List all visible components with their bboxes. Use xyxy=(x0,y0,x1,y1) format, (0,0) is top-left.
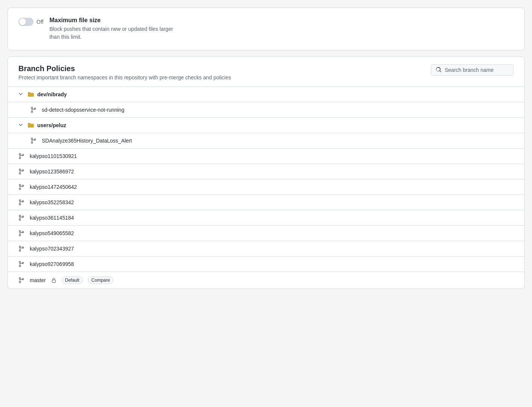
folder-icon xyxy=(27,91,34,97)
folder-name-dev-nibrady: dev/nibrady xyxy=(37,91,67,97)
branch-icon-kalypso1101530921 xyxy=(18,153,26,159)
branch-icon-kalypso927069958 xyxy=(18,261,26,267)
lock-icon xyxy=(51,278,56,283)
branch-name-sd-detect: sd-detect-sdopsservice-not-running xyxy=(42,107,124,113)
search-icon xyxy=(436,67,442,73)
branch-name-master: master xyxy=(30,277,46,283)
setting-info: Maximum file size Block pushes that cont… xyxy=(49,17,514,41)
svg-point-9 xyxy=(19,169,21,170)
branch-icon-kalypso549065582 xyxy=(18,230,26,236)
compare-badge: Compare xyxy=(88,276,113,284)
folder-name-users-peluz: users/peluz xyxy=(37,122,66,128)
svg-point-31 xyxy=(19,281,21,283)
svg-point-0 xyxy=(31,107,33,109)
svg-point-12 xyxy=(19,184,21,186)
svg-point-27 xyxy=(19,261,21,263)
branch-name-kalypso549065582: kalypso549065582 xyxy=(30,230,74,236)
branch-name-kalypso1101530921: kalypso1101530921 xyxy=(30,153,77,159)
folder-row-inner-peluz: users/peluz xyxy=(18,122,66,128)
branch-policies-subtitle: Protect important branch namespaces in t… xyxy=(18,74,431,80)
branch-row-kalypso1101530921[interactable]: kalypso1101530921 xyxy=(8,149,524,164)
branch-icon-kalypso352258342 xyxy=(18,199,26,205)
branch-row-kalypso352258342[interactable]: kalypso352258342 xyxy=(8,195,524,210)
branch-name-kalypso702343927: kalypso702343927 xyxy=(30,246,74,252)
branch-name-kalypso927069958: kalypso927069958 xyxy=(30,261,74,267)
chevron-down-icon-peluz xyxy=(18,123,24,128)
branch-row-master[interactable]: master Default Compare xyxy=(8,272,524,289)
branch-policies-card: Branch Policies Protect important branch… xyxy=(8,56,524,289)
branch-row-sdanalyze[interactable]: SDAnalyze365History_DataLoss_Alert xyxy=(8,133,524,149)
branch-row-kalypso361145184[interactable]: kalypso361145184 xyxy=(8,210,524,226)
svg-point-25 xyxy=(19,250,21,251)
branch-icon-kalypso702343927 xyxy=(18,246,26,252)
branch-policies-header: Branch Policies Protect important branch… xyxy=(8,57,524,87)
branch-name-kalypso361145184: kalypso361145184 xyxy=(30,215,74,221)
svg-point-22 xyxy=(19,234,21,236)
svg-point-7 xyxy=(19,157,21,159)
svg-point-16 xyxy=(19,204,21,205)
svg-point-3 xyxy=(31,138,33,140)
branch-search-input[interactable] xyxy=(445,67,509,73)
branch-policies-title: Branch Policies xyxy=(18,64,431,73)
branch-row-sd-detect[interactable]: sd-detect-sdopsservice-not-running xyxy=(8,102,524,118)
svg-point-4 xyxy=(31,142,33,143)
folder-icon-peluz xyxy=(27,122,34,128)
folder-row-users-peluz[interactable]: users/peluz xyxy=(8,118,524,133)
branch-icon-kalypso361145184 xyxy=(18,215,26,221)
branch-icon-master xyxy=(18,277,26,283)
branch-name-kalypso1472450642: kalypso1472450642 xyxy=(30,184,77,190)
branch-icon-kalypso123586972 xyxy=(18,169,26,175)
branch-row-kalypso702343927[interactable]: kalypso702343927 xyxy=(8,241,524,257)
max-file-size-title: Maximum file size xyxy=(49,17,514,24)
branch-name-sdanalyze: SDAnalyze365History_DataLoss_Alert xyxy=(42,138,132,144)
svg-point-28 xyxy=(19,265,21,267)
max-file-size-section: Off Maximum file size Block pushes that … xyxy=(8,8,524,50)
toggle-label: Off xyxy=(36,19,43,25)
branch-row-kalypso549065582[interactable]: kalypso549065582 xyxy=(8,226,524,241)
max-file-size-description: Block pushes that contain new or updated… xyxy=(49,25,514,41)
svg-point-30 xyxy=(19,278,21,279)
branch-policies-title-wrap: Branch Policies Protect important branch… xyxy=(18,64,431,87)
max-file-size-card: Off Maximum file size Block pushes that … xyxy=(8,8,524,50)
branch-icon-sdanalyze xyxy=(30,138,38,144)
branch-list: dev/nibrady sd-detect-sdopsservice-not-r… xyxy=(8,87,524,289)
svg-point-15 xyxy=(19,200,21,201)
svg-point-10 xyxy=(19,173,21,174)
branch-row-kalypso123586972[interactable]: kalypso123586972 xyxy=(8,164,524,179)
branch-icon-kalypso1472450642 xyxy=(18,184,26,190)
svg-rect-33 xyxy=(52,280,55,282)
branch-icon xyxy=(30,107,38,113)
branch-name-kalypso352258342: kalypso352258342 xyxy=(30,199,74,205)
branch-row-kalypso927069958[interactable]: kalypso927069958 xyxy=(8,257,524,272)
branch-row-kalypso1472450642[interactable]: kalypso1472450642 xyxy=(8,179,524,195)
branch-search-wrap[interactable] xyxy=(431,64,514,76)
svg-point-13 xyxy=(19,188,21,190)
svg-point-6 xyxy=(19,153,21,155)
toggle-knob xyxy=(19,18,26,25)
default-badge: Default xyxy=(62,276,83,284)
svg-point-19 xyxy=(19,219,21,220)
folder-row-inner: dev/nibrady xyxy=(18,91,67,97)
svg-point-24 xyxy=(19,246,21,248)
chevron-down-icon xyxy=(18,92,24,97)
folder-row-dev-nibrady[interactable]: dev/nibrady xyxy=(8,87,524,102)
svg-point-18 xyxy=(19,215,21,217)
svg-point-1 xyxy=(31,111,33,112)
toggle-wrap: Off xyxy=(18,18,43,26)
svg-point-21 xyxy=(19,231,21,232)
branch-name-kalypso123586972: kalypso123586972 xyxy=(30,169,74,175)
max-file-size-toggle[interactable] xyxy=(18,18,33,26)
